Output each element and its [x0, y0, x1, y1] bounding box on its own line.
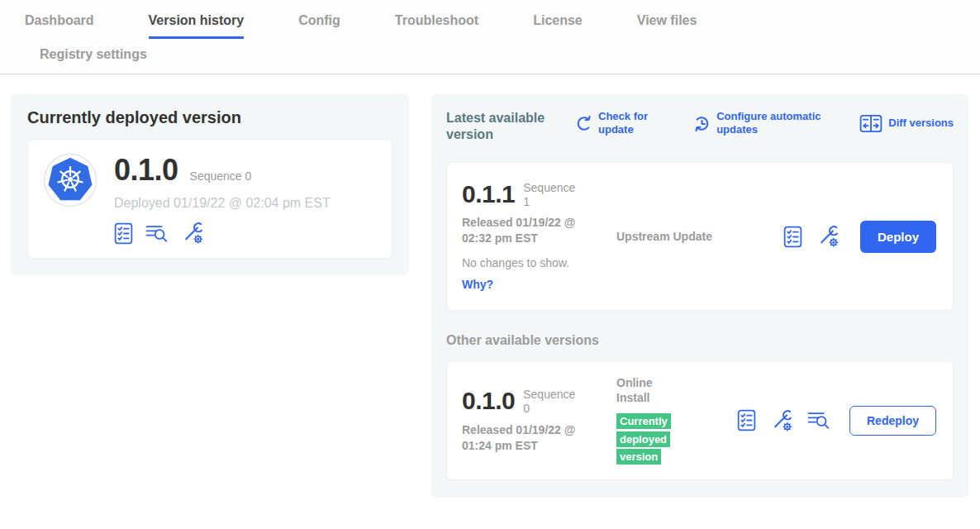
edit-config-icon[interactable] — [181, 222, 204, 245]
latest-available-title: Latest available version — [446, 110, 560, 143]
preflight-checklist-icon[interactable] — [783, 226, 802, 248]
preflight-checklist-icon[interactable] — [737, 409, 756, 431]
diff-versions-link[interactable]: Diff versions — [859, 110, 954, 137]
other-sequence-label: Sequence 0 — [523, 388, 581, 416]
currently-deployed-card: Currently deployed version 0.1.0 Sequenc… — [11, 94, 409, 275]
other-version-actions: Redeploy — [737, 406, 936, 436]
latest-sequence-label: Sequence 1 — [523, 181, 581, 209]
version-row-other: 0.1.0 Sequence 0 Released 01/19/22 @ 01:… — [446, 361, 954, 480]
deployed-version-box: 0.1.0 Sequence 0 Deployed 01/19/22 @ 02:… — [27, 139, 392, 259]
deployed-timestamp: Deployed 01/19/22 @ 02:04 pm EST — [114, 196, 331, 211]
tab-dashboard[interactable]: Dashboard — [25, 13, 94, 39]
version-row-latest: 0.1.1 Sequence 1 Released 01/19/22 @ 02:… — [446, 162, 954, 311]
tab-registry-settings[interactable]: Registry settings — [40, 47, 147, 72]
deploy-logs-icon[interactable] — [145, 223, 169, 244]
other-version-number: 0.1.0 — [462, 388, 515, 414]
deployed-version-details: 0.1.0 Sequence 0 Deployed 01/19/22 @ 02:… — [114, 153, 331, 245]
nav-row-secondary: Registry settings — [0, 39, 980, 74]
tab-troubleshoot[interactable]: Troubleshoot — [395, 13, 478, 39]
main-content: Currently deployed version 0.1.0 Sequenc… — [0, 74, 980, 498]
other-version-source: Online Install Currently deployed versio… — [616, 375, 725, 466]
deployed-sequence-label: Sequence 0 — [190, 169, 252, 183]
check-for-update-link[interactable]: Check for update — [575, 110, 658, 137]
configure-automatic-updates-link[interactable]: Configure automatic updates — [693, 110, 824, 137]
latest-version-actions: Deploy — [783, 221, 936, 253]
latest-released-timestamp: Released 01/19/22 @ 02:32 pm EST — [462, 215, 602, 246]
nav-row-primary: Dashboard Version history Config Trouble… — [0, 0, 980, 39]
tab-license[interactable]: License — [533, 13, 583, 39]
deploy-logs-icon[interactable] — [807, 410, 830, 431]
currently-deployed-title: Currently deployed version — [27, 108, 392, 127]
latest-version-number: 0.1.1 — [462, 181, 515, 207]
preflight-checklist-icon[interactable] — [114, 222, 133, 245]
diff-icon — [859, 114, 882, 133]
version-actions: Check for update Configure automatic upd… — [575, 110, 954, 137]
why-link[interactable]: Why? — [462, 278, 493, 291]
latest-version-details: 0.1.1 Sequence 1 Released 01/19/22 @ 02:… — [462, 181, 616, 292]
tab-view-files[interactable]: View files — [637, 13, 697, 39]
other-version-details: 0.1.0 Sequence 0 Released 01/19/22 @ 01:… — [462, 388, 616, 453]
latest-version-source: Upstream Update — [616, 229, 725, 244]
refresh-icon — [575, 115, 592, 132]
top-nav: Dashboard Version history Config Trouble… — [0, 0, 980, 74]
edit-config-icon[interactable] — [770, 409, 793, 432]
redeploy-button[interactable]: Redeploy — [849, 406, 936, 436]
other-source-text: Online Install — [616, 375, 687, 405]
tab-config[interactable]: Config — [298, 13, 340, 39]
deploy-button[interactable]: Deploy — [860, 221, 936, 253]
edit-config-icon[interactable] — [816, 225, 840, 248]
kubernetes-logo-icon — [43, 153, 98, 207]
schedule-update-icon — [693, 115, 711, 132]
no-changes-text: No changes to show. — [462, 256, 616, 269]
other-versions-heading: Other available versions — [446, 333, 954, 348]
deployed-version-number: 0.1.0 — [114, 153, 178, 188]
currently-deployed-badge: Currently deployed version — [616, 413, 671, 465]
other-released-timestamp: Released 01/19/22 @ 01:24 pm EST — [462, 422, 602, 454]
tab-version-history[interactable]: Version history — [149, 13, 245, 39]
available-versions-card: Latest available version Check for updat… — [431, 94, 968, 498]
